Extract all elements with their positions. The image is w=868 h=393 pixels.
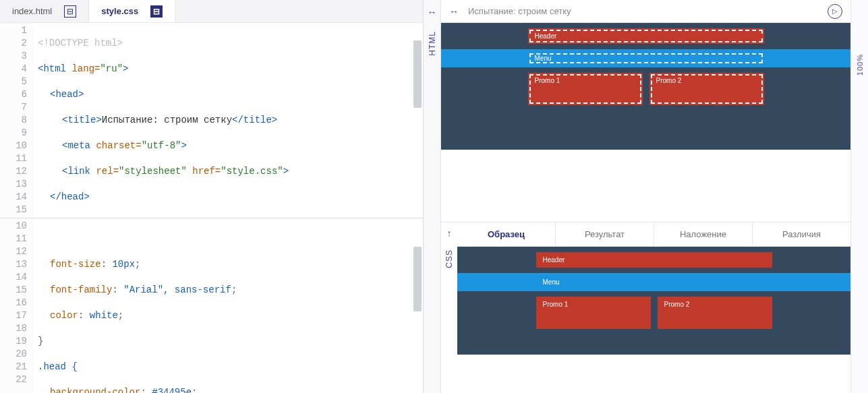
split-icon[interactable]: ⊟ [150,5,163,18]
rendered-page: Header Menu Promo 1 Promo 2 [441,23,850,150]
css-rail-label[interactable]: CSS [444,249,454,268]
html-rail: ↔ HTML [424,0,441,393]
code-css[interactable]: font-size: 10px; font-family: "Arial", s… [34,218,423,393]
html-rail-label[interactable]: HTML [428,31,437,56]
editor-body: 1 2 3 4 5 6 7 8 9 10 11 12 13 14 15 16 [0,23,423,393]
tab-overlay[interactable]: Наложение [654,222,753,246]
tab-label: index.html [12,6,52,16]
sample-menu: Menu [536,276,772,289]
play-icon: ▷ [832,7,838,15]
zoom-rail: 100% [850,0,868,393]
gutter-html: 1 2 3 4 5 6 7 8 9 10 11 12 13 14 15 16 [0,23,34,218]
sample-promo-1: Promo 1 [536,297,651,329]
sample-page: Header Menu Promo 1 Promo 2 [457,247,850,355]
mock-menu: Menu [528,52,764,65]
file-tabs: index.html ⊟ style.css ⊟ [0,0,423,23]
editor-pane: index.html ⊟ style.css ⊟ 1 2 3 4 5 6 7 8 [0,0,424,393]
scrollbar-html[interactable] [413,40,422,108]
editor-css[interactable]: 10 11 12 13 14 15 16 17 18 19 20 21 22 f… [0,218,423,393]
tab-sample[interactable]: Образец [457,222,556,246]
preview-title: Испытание: строим сетку [468,6,571,16]
tab-label: style.css [101,6,138,16]
css-rail: ↑ CSS [441,222,457,393]
gutter-css: 10 11 12 13 14 15 16 17 18 19 20 21 22 [0,218,34,393]
collapse-icon[interactable]: ↑ [447,228,452,239]
tab-style-css[interactable]: style.css ⊟ [89,0,175,22]
resize-icon[interactable]: ↔ [428,7,437,18]
tab-result[interactable]: Результат [556,222,654,246]
preview-header: ↔ Испытание: строим сетку ▷ [441,0,850,23]
preview-sample-area: ↑ CSS Образец Результат Наложение Различ… [441,222,850,393]
zoom-label[interactable]: 100% [856,54,864,75]
render-area[interactable]: Header Menu Promo 1 Promo 2 [441,23,850,222]
resize-icon[interactable]: ↔ [449,6,459,17]
mock-promo-1: Promo 1 [528,73,643,105]
preview-pane: ↔ Испытание: строим сетку ▷ Header Menu … [441,0,850,393]
mock-promo-2: Promo 2 [649,73,764,105]
tab-diff[interactable]: Различия [753,222,850,246]
sample-render[interactable]: Header Menu Promo 1 Promo 2 [457,247,850,393]
sample-promo-2: Promo 2 [658,297,772,329]
run-button[interactable]: ▷ [828,4,842,19]
tab-index-html[interactable]: index.html ⊟ [0,0,89,22]
preview-body: Header Menu Promo 1 Promo 2 ↑ CSS [441,23,850,393]
code-html[interactable]: <!DOCTYPE html> <html lang="ru"> <head> … [34,23,423,218]
mock-header: Header [528,28,764,44]
result-tabs: Образец Результат Наложение Различия [457,222,850,247]
preview-result: Header Menu Promo 1 Promo 2 [441,23,850,222]
editor-html[interactable]: 1 2 3 4 5 6 7 8 9 10 11 12 13 14 15 16 [0,23,423,218]
split-icon[interactable]: ⊟ [64,5,76,18]
sample-header: Header [536,252,772,268]
scrollbar-css[interactable] [413,247,422,311]
app-root: index.html ⊟ style.css ⊟ 1 2 3 4 5 6 7 8 [0,0,868,393]
